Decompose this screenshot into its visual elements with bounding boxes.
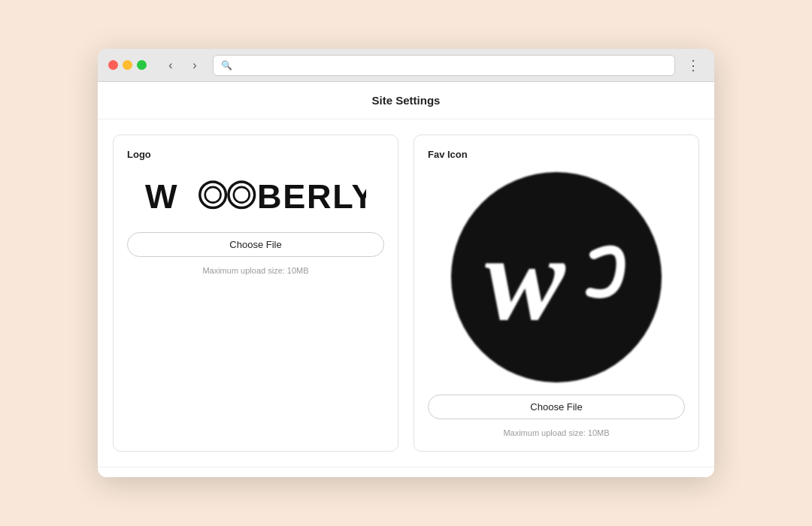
svg-text:W: W bbox=[145, 177, 179, 216]
page-title: Site Settings bbox=[98, 82, 714, 119]
bottom-bar-item-1: Site title bbox=[165, 477, 197, 478]
nav-forward-button[interactable]: › bbox=[184, 55, 205, 76]
logo-max-upload-text: Maximum upload size: 10MB bbox=[127, 266, 384, 275]
logo-card-label: Logo bbox=[127, 149, 384, 160]
logo-card: Logo W BERLY Choose File bbox=[113, 135, 398, 452]
address-bar[interactable]: 🔍 bbox=[213, 55, 675, 76]
svg-text:BERLY: BERLY bbox=[257, 177, 367, 216]
wooberly-logo: W BERLY bbox=[145, 177, 367, 216]
fav-icon-card: Fav Icon w Choose File Maximum upload si… bbox=[414, 135, 699, 452]
svg-point-4 bbox=[234, 187, 250, 203]
nav-back-button[interactable]: ‹ bbox=[160, 55, 181, 76]
search-icon: 🔍 bbox=[221, 60, 232, 71]
bottom-bar-item-0: Logo title bbox=[113, 477, 150, 478]
traffic-lights bbox=[108, 60, 147, 70]
browser-titlebar: ‹ › 🔍 ⋮ bbox=[98, 49, 714, 82]
svg-point-2 bbox=[205, 187, 220, 203]
fav-icon-max-upload-text: Maximum upload size: 10MB bbox=[428, 428, 685, 437]
logo-image-container: W BERLY bbox=[127, 169, 384, 223]
traffic-light-green[interactable] bbox=[137, 60, 147, 70]
traffic-light-yellow[interactable] bbox=[123, 60, 132, 70]
fav-icon-image-container: w bbox=[428, 169, 685, 385]
settings-grid: Logo W BERLY Choose File bbox=[98, 119, 714, 467]
logo-choose-file-button[interactable]: Choose File bbox=[127, 232, 384, 257]
traffic-light-red[interactable] bbox=[108, 60, 118, 70]
svg-text:w: w bbox=[485, 211, 566, 345]
browser-content: Site Settings Logo W bbox=[98, 82, 714, 477]
fav-icon-card-label: Fav Icon bbox=[428, 149, 685, 160]
nav-buttons: ‹ › bbox=[160, 55, 205, 76]
fav-icon-choose-file-button[interactable]: Choose File bbox=[428, 394, 685, 419]
browser-menu-button[interactable]: ⋮ bbox=[683, 55, 704, 76]
fav-icon-circle: w bbox=[451, 172, 662, 382]
bottom-bar: Logo title Site title bbox=[98, 467, 714, 477]
browser-window: ‹ › 🔍 ⋮ Site Settings Logo W bbox=[98, 49, 714, 477]
fav-icon-svg: w bbox=[474, 195, 639, 360]
svg-point-3 bbox=[229, 182, 255, 208]
svg-point-1 bbox=[199, 182, 226, 208]
